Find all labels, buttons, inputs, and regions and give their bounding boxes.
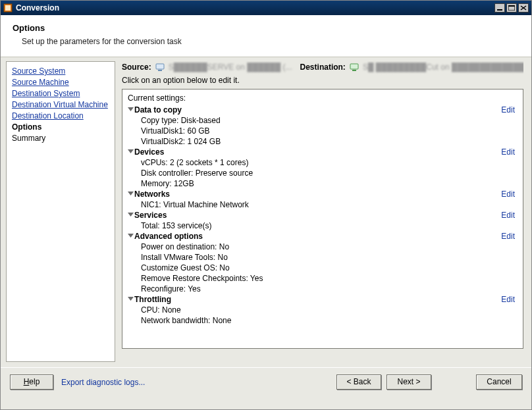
svg-rect-7 xyxy=(156,64,164,69)
page-title: Options xyxy=(11,22,521,37)
edit-link[interactable]: Edit xyxy=(501,147,519,157)
setting-detail: Reconfigure: Yes xyxy=(126,284,519,294)
help-label-rest: elp xyxy=(29,377,40,386)
svg-marker-12 xyxy=(128,149,134,153)
window-buttons xyxy=(494,3,529,13)
edit-link[interactable]: Edit xyxy=(501,105,519,115)
setting-detail: Install VMware Tools: No xyxy=(126,252,519,263)
next-button[interactable]: Next > xyxy=(386,374,431,390)
app-icon xyxy=(3,3,13,13)
edit-link[interactable]: Edit xyxy=(501,232,519,241)
section-networks: NetworksEdit xyxy=(126,189,519,199)
settings-panel[interactable]: Current settings: Data to copyEditCopy t… xyxy=(122,89,523,349)
collapse-toggle-icon[interactable] xyxy=(126,211,134,219)
nav-options-current: Options xyxy=(12,122,109,133)
instruction-text: Click on an option below to edit it. xyxy=(122,76,523,89)
nav-destination-system[interactable]: Destination System xyxy=(12,88,109,99)
setting-detail: Copy type: Disk-based xyxy=(126,115,519,126)
collapse-toggle-icon[interactable] xyxy=(126,148,134,156)
wizard-body: Source System Source Machine Destination… xyxy=(1,57,531,367)
source-machine-icon xyxy=(155,63,165,72)
destination-label: Destination: xyxy=(300,63,346,72)
collapse-toggle-icon[interactable] xyxy=(126,106,134,114)
edit-link[interactable]: Edit xyxy=(501,190,519,199)
nav-summary: Summary xyxy=(12,133,109,144)
svg-rect-10 xyxy=(352,70,356,71)
edit-link[interactable]: Edit xyxy=(501,295,519,304)
page-subtitle: Set up the parameters for the conversion… xyxy=(11,37,521,46)
setting-detail: Remove Restore Checkpoints: Yes xyxy=(126,273,519,284)
wizard-footer: Help Export diagnostic logs... < Back Ne… xyxy=(1,367,531,396)
section-services: ServicesEdit xyxy=(126,210,519,220)
wizard-nav: Source System Source Machine Destination… xyxy=(6,61,115,362)
section-title[interactable]: Devices xyxy=(134,147,501,157)
svg-marker-16 xyxy=(128,297,134,301)
source-destination-bar: Source: S██████SERVE on ██████ (... Dest… xyxy=(122,61,523,76)
svg-rect-4 xyxy=(508,5,515,7)
section-title[interactable]: Throttling xyxy=(134,294,501,305)
section-throttling: ThrottlingEdit xyxy=(126,294,519,305)
titlebar: Conversion xyxy=(1,1,531,15)
section-title[interactable]: Data to copy xyxy=(134,105,501,115)
source-value: S██████SERVE on ██████ (... xyxy=(169,63,292,72)
svg-rect-1 xyxy=(5,5,11,11)
nav-destination-virtual-machine[interactable]: Destination Virtual Machine xyxy=(12,99,109,111)
setting-detail: VirtualDisk2: 1 024 GB xyxy=(126,136,519,147)
section-title[interactable]: Networks xyxy=(134,189,501,199)
setting-detail: vCPUs: 2 (2 sockets * 1 cores) xyxy=(126,157,519,168)
section-data-to-copy: Data to copyEdit xyxy=(126,105,519,115)
setting-detail: Disk controller: Preserve source xyxy=(126,168,519,178)
setting-detail: CPU: None xyxy=(126,305,519,315)
setting-detail: Power on destination: No xyxy=(126,242,519,252)
settings-heading: Current settings: xyxy=(126,92,519,105)
collapse-toggle-icon[interactable] xyxy=(126,190,134,198)
setting-detail: Total: 153 service(s) xyxy=(126,220,519,231)
back-button[interactable]: < Back xyxy=(336,374,381,390)
setting-detail: Customize Guest OS: No xyxy=(126,263,519,273)
help-button[interactable]: Help xyxy=(10,374,53,390)
setting-detail: Network bandwidth: None xyxy=(126,315,519,326)
nav-source-system[interactable]: Source System xyxy=(12,66,109,77)
source-label: Source: xyxy=(122,63,151,72)
destination-value: S█ █████████Cut on ███████████████(... xyxy=(363,63,523,72)
section-title[interactable]: Services xyxy=(134,210,501,220)
collapse-toggle-icon[interactable] xyxy=(126,295,134,303)
svg-marker-11 xyxy=(128,107,134,111)
window-title: Conversion xyxy=(16,3,494,13)
setting-detail: Memory: 12GB xyxy=(126,178,519,189)
wizard-header: Options Set up the parameters for the co… xyxy=(1,15,531,57)
setting-detail: NIC1: Virtual Machine Network xyxy=(126,199,519,210)
maximize-button[interactable] xyxy=(506,3,517,13)
export-logs-link[interactable]: Export diagnostic logs... xyxy=(61,378,145,387)
nav-destination-location[interactable]: Destination Location xyxy=(12,111,109,122)
close-button[interactable] xyxy=(518,3,529,13)
svg-marker-15 xyxy=(128,234,134,238)
edit-link[interactable]: Edit xyxy=(501,211,519,220)
section-title[interactable]: Advanced options xyxy=(134,231,501,242)
section-advanced-options: Advanced optionsEdit xyxy=(126,231,519,242)
svg-rect-9 xyxy=(350,64,358,69)
minimize-button[interactable] xyxy=(494,3,505,13)
svg-rect-8 xyxy=(158,70,162,71)
svg-marker-14 xyxy=(128,213,134,217)
wizard-content: Source: S██████SERVE on ██████ (... Dest… xyxy=(115,61,526,362)
setting-detail: VirtualDisk1: 60 GB xyxy=(126,126,519,136)
destination-machine-icon xyxy=(350,63,359,72)
collapse-toggle-icon[interactable] xyxy=(126,232,134,240)
svg-marker-13 xyxy=(128,192,134,195)
section-devices: DevicesEdit xyxy=(126,147,519,157)
cancel-button[interactable]: Cancel xyxy=(476,374,522,390)
svg-rect-2 xyxy=(497,9,502,11)
nav-source-machine[interactable]: Source Machine xyxy=(12,77,109,88)
